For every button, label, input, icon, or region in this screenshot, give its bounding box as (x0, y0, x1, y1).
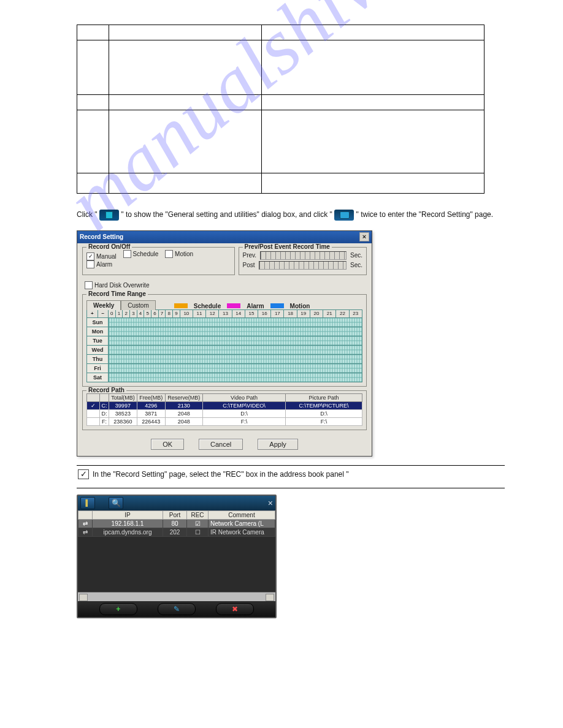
ok-button[interactable]: OK (151, 439, 184, 450)
day-sat: Sat (87, 373, 109, 382)
table-row[interactable]: ⇄ ipcam.dyndns.org 202 ☐ IR Network Came… (79, 528, 275, 536)
addressbook-tab-icon[interactable] (80, 497, 95, 509)
apply-button[interactable]: Apply (258, 439, 298, 450)
ref-table (77, 25, 484, 194)
motion-checkbox[interactable]: Motion (165, 250, 193, 258)
tab-weekly[interactable]: Weekly (86, 300, 121, 310)
hdd-overwrite-label: Hard Disk Overwrite (94, 282, 149, 289)
cancel-button[interactable]: Cancel (199, 439, 243, 450)
note-line: ✓ In the "Record Setting" page, select t… (78, 469, 505, 479)
alarm-label: Alarm (96, 261, 112, 268)
search-tab-icon[interactable] (109, 497, 123, 509)
legend: Schedule Alarm Motion (174, 303, 310, 309)
group-record-onoff-label: Record On/Off (86, 243, 132, 250)
system-config-icon (99, 210, 119, 221)
connect-icon: ⇄ (79, 519, 93, 528)
post-slider[interactable] (259, 261, 347, 270)
record-path-table[interactable]: Total(MB) Free(MB) Reserve(MB) Video Pat… (86, 393, 362, 426)
address-book-panel: × IP Port REC Comment ⇄ 192.168.1.1 80 ☑… (77, 495, 277, 618)
day-mon: Mon (87, 327, 109, 336)
group-time-range-label: Record Time Range (86, 290, 148, 297)
alarm-checkbox[interactable]: Alarm (86, 260, 112, 268)
text-segment: " to show the "General setting and utili… (121, 210, 332, 219)
legend-schedule-label: Schedule (194, 303, 221, 309)
group-event-time-label: Prev/Post Event Record Time (243, 243, 332, 250)
manual-label: Manual (96, 253, 117, 260)
minus-icon[interactable]: − (98, 309, 109, 317)
address-table: IP Port REC Comment ⇄ 192.168.1.1 80 ☑ N… (78, 510, 275, 537)
table-row[interactable]: ⇄ 192.168.1.1 80 ☑ Network Camera (L (79, 519, 275, 528)
day-tue: Tue (87, 336, 109, 345)
legend-motion-label: Motion (290, 303, 310, 309)
divider (77, 488, 505, 488)
record-setting-icon (334, 210, 354, 221)
rec-checkbox[interactable]: ☐ (187, 528, 209, 536)
table-row[interactable]: D:3852338712048D:\D:\ (87, 409, 362, 417)
note-text: In the "Record Setting" page, select the… (93, 470, 349, 479)
add-button[interactable] (99, 603, 137, 615)
edit-button[interactable] (158, 603, 196, 615)
empty-area (78, 537, 275, 592)
plus-icon[interactable]: + (87, 309, 98, 317)
checkmark-icon: ✓ (78, 469, 89, 479)
group-record-path-label: Record Path (86, 387, 126, 393)
table-row[interactable]: ✓C:3999742962130C:\TEMP\VIDEO\C:\TEMP\PI… (87, 401, 362, 409)
manual-checkbox[interactable]: Manual (86, 252, 117, 260)
swatch-motion (270, 303, 284, 308)
rec-checkbox[interactable]: ☑ (187, 519, 209, 528)
day-wed: Wed (87, 345, 109, 354)
record-setting-dialog: Record Setting × Record On/Off Manual Sc… (77, 230, 372, 457)
swatch-schedule (174, 303, 188, 308)
legend-alarm-label: Alarm (247, 303, 264, 309)
schedule-grid[interactable]: + − 012345678910111213141516171819202122… (86, 309, 362, 382)
prev-slider[interactable] (260, 251, 347, 260)
day-sun: Sun (87, 317, 109, 327)
close-icon[interactable]: × (268, 498, 273, 508)
day-thu: Thu (87, 354, 109, 363)
horizontal-scrollbar[interactable] (78, 592, 275, 601)
text-segment: Click " (77, 210, 98, 219)
titlebar: Record Setting × (77, 231, 372, 243)
day-fri: Fri (87, 363, 109, 373)
schedule-checkbox[interactable]: Schedule (123, 250, 159, 258)
schedule-label: Schedule (133, 251, 159, 257)
delete-button[interactable] (216, 603, 254, 615)
text-segment: " twice to enter the "Record Setting" pa… (356, 210, 494, 219)
dialog-title: Record Setting (80, 233, 123, 240)
divider (77, 465, 505, 466)
table-row[interactable]: F:2383602264432048F:\F:\ (87, 417, 362, 425)
connect-icon: ⇄ (79, 528, 93, 536)
close-icon[interactable]: × (359, 232, 369, 241)
instruction-text: Click " " to show the "General setting a… (77, 208, 505, 222)
sec-label: Sec. (350, 252, 362, 259)
sec-label: Sec. (350, 262, 362, 268)
post-label: Post (243, 262, 255, 268)
prev-label: Prev. (243, 252, 257, 259)
hdd-overwrite-checkbox[interactable]: Hard Disk Overwrite (85, 281, 149, 289)
swatch-alarm (227, 303, 240, 308)
motion-label: Motion (175, 251, 193, 257)
tab-custom[interactable]: Custom (121, 300, 155, 310)
